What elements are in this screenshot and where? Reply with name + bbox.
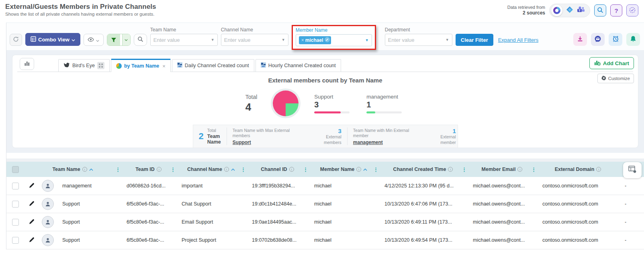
- legend-item-support: Support 3: [314, 94, 353, 113]
- member-avatar[interactable]: [42, 180, 54, 192]
- summary-max-team-link[interactable]: Support: [233, 140, 308, 145]
- edit-row-button[interactable]: [25, 219, 39, 226]
- schedule-alarm-button[interactable]: [609, 33, 622, 46]
- edit-row-button[interactable]: [25, 183, 39, 189]
- edit-row-button[interactable]: [25, 237, 39, 244]
- column-header-team-name[interactable]: Team Name i ⋮: [25, 162, 121, 177]
- azure-ad-icon[interactable]: [566, 6, 573, 15]
- cell-channel-name: important: [176, 183, 246, 189]
- team-name-filter-label: Team Name: [150, 27, 218, 33]
- member-avatar[interactable]: [42, 234, 54, 246]
- cell-external-domain: contoso.onmicrosoft.com: [537, 219, 619, 225]
- filter-chevron-down-icon[interactable]: [122, 34, 130, 46]
- column-header-member-name[interactable]: Member Name i ⋮: [309, 162, 379, 177]
- clear-filter-button[interactable]: Clear Filter: [456, 34, 493, 46]
- summary-min-label: Team Name with Min External member: [353, 128, 425, 139]
- microsoft-365-icon[interactable]: [551, 5, 562, 16]
- member-name-chip[interactable]: × michael: [299, 36, 331, 44]
- filter-button[interactable]: [107, 34, 131, 46]
- info-icon[interactable]: i: [289, 167, 294, 172]
- row-checkbox[interactable]: [12, 219, 19, 226]
- column-header-external-domain[interactable]: External Domain i: [537, 162, 619, 177]
- row-checkbox[interactable]: [12, 183, 19, 189]
- row-checkbox[interactable]: [12, 237, 19, 244]
- add-chart-label: Add Chart: [603, 60, 629, 66]
- column-menu-icon[interactable]: ⋮: [531, 167, 536, 173]
- pencil-icon: [29, 237, 35, 244]
- info-icon[interactable]: i: [517, 167, 522, 172]
- team-name-input[interactable]: [153, 37, 211, 43]
- table-row: Support 6f5c80e6-f3ac-... Email Support …: [6, 213, 644, 231]
- channel-name-input[interactable]: [224, 37, 282, 43]
- team-name-filter-field[interactable]: ▼: [150, 34, 218, 46]
- table-search-button[interactable]: [134, 34, 147, 46]
- info-icon[interactable]: i: [448, 167, 453, 172]
- column-header-channel-name[interactable]: Channel Name i ⋮: [176, 162, 246, 177]
- column-header-member-email[interactable]: Member Email i ⋮: [467, 162, 537, 177]
- dropdown-caret-icon[interactable]: ▼: [446, 38, 449, 42]
- channel-name-filter-field[interactable]: ▼: [221, 34, 288, 46]
- member-name-filter-field[interactable]: × michael ▼: [296, 34, 372, 46]
- expand-all-filters-link[interactable]: Expand All Filters: [498, 37, 538, 43]
- edit-row-button[interactable]: [25, 201, 39, 208]
- column-header-channel-id[interactable]: Channel ID i ⋮: [246, 162, 309, 177]
- filter-bar: Combo View Team: [6, 23, 644, 51]
- select-all-checkbox[interactable]: [12, 166, 19, 173]
- department-input[interactable]: [388, 37, 446, 43]
- info-icon[interactable]: i: [82, 167, 87, 172]
- info-icon[interactable]: i: [596, 167, 601, 172]
- info-icon[interactable]: i: [356, 167, 361, 172]
- column-chooser-button[interactable]: [623, 162, 642, 178]
- refresh-button[interactable]: [10, 34, 22, 46]
- column-menu-icon[interactable]: ⋮: [373, 167, 378, 173]
- chart-list-button[interactable]: [20, 58, 34, 70]
- info-icon[interactable]: i: [224, 167, 229, 172]
- column-visibility-button[interactable]: [84, 34, 104, 46]
- sort-ascending-icon[interactable]: [89, 167, 93, 172]
- chip-remove-icon[interactable]: ×: [301, 37, 304, 43]
- summary-min: Team Name with Min External member manag…: [347, 128, 462, 145]
- alerts-bell-button[interactable]: [626, 33, 640, 46]
- sort-ascending-icon[interactable]: [231, 167, 235, 172]
- summary-min-team-link[interactable]: management: [353, 140, 425, 145]
- chip-edit-pencil-icon[interactable]: [325, 37, 330, 43]
- cell-extra: -: [619, 237, 644, 243]
- dropdown-caret-icon[interactable]: ▼: [211, 38, 215, 42]
- teams-icon[interactable]: [577, 6, 585, 15]
- sort-ascending-icon[interactable]: [363, 167, 367, 172]
- funnel-icon[interactable]: [107, 34, 120, 46]
- results-table: Team Name i ⋮ Team ID i ⋮ Channel Name i…: [6, 158, 644, 249]
- department-filter-field[interactable]: ▼: [385, 34, 452, 46]
- dropdown-caret-icon[interactable]: ▼: [282, 38, 285, 42]
- member-avatar[interactable]: [42, 198, 54, 210]
- close-tab-icon[interactable]: ×: [162, 63, 166, 69]
- dropdown-caret-icon[interactable]: ▼: [365, 38, 369, 42]
- table-settings-icon: [628, 166, 637, 175]
- feedback-chat-button[interactable]: [591, 33, 605, 46]
- tab-hourly-channel-created[interactable]: Hourly Channel Created count: [256, 59, 341, 72]
- column-header-team-id[interactable]: Team ID i ⋮: [121, 162, 176, 177]
- customize-button[interactable]: Customize: [597, 74, 634, 83]
- combo-view-button[interactable]: Combo View: [25, 33, 80, 46]
- column-header-channel-created-time[interactable]: Channel Created Time i ⋮: [379, 162, 467, 177]
- column-menu-icon[interactable]: ⋮: [241, 167, 246, 173]
- question-mark-icon: ?: [614, 7, 618, 14]
- column-menu-icon[interactable]: ⋮: [462, 167, 467, 173]
- tab-daily-channel-created[interactable]: Daily Channel Created count: [172, 59, 254, 72]
- cell-team-id: d060862d-16cd...: [121, 183, 176, 189]
- column-menu-icon[interactable]: ⋮: [115, 167, 121, 173]
- column-label: Channel ID: [261, 167, 287, 172]
- info-icon[interactable]: i: [157, 167, 162, 172]
- download-button[interactable]: [573, 33, 587, 46]
- add-chart-button[interactable]: Add Chart: [589, 57, 634, 69]
- column-menu-icon[interactable]: ⋮: [170, 167, 176, 173]
- history-check-button[interactable]: [626, 4, 638, 16]
- member-avatar[interactable]: [42, 216, 54, 228]
- help-button[interactable]: ?: [610, 4, 622, 16]
- tab-birds-eye[interactable]: Bird's Eye: [58, 59, 110, 72]
- global-search-button[interactable]: [594, 4, 606, 16]
- row-checkbox[interactable]: [12, 201, 19, 208]
- tab-by-team-name[interactable]: by Team Name ×: [111, 59, 171, 72]
- expand-icon[interactable]: [97, 62, 104, 69]
- column-menu-icon[interactable]: ⋮: [303, 167, 308, 173]
